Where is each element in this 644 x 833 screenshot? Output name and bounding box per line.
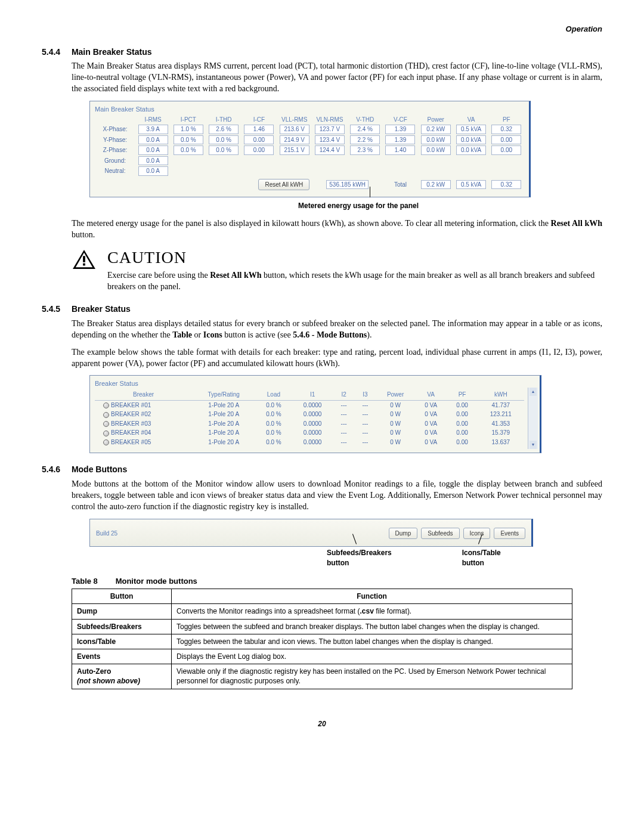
page-number: 20: [42, 719, 602, 729]
mbs-value: 124.4 V: [315, 145, 345, 155]
status-dot-icon: [103, 412, 109, 418]
mbs-col: V-THD: [348, 115, 383, 125]
status-dot-icon: [103, 439, 109, 445]
mbs-col: VA: [453, 115, 488, 125]
caution-block: CAUTION Exercise care before using the R…: [72, 246, 602, 293]
para-544-2: The metered energy usage for the panel i…: [72, 218, 602, 241]
subfeeds-button[interactable]: Subfeeds: [421, 528, 459, 540]
total-label: Total: [383, 176, 418, 191]
mbs-value: 0.0 %: [209, 145, 239, 155]
mbs-col: V-CF: [383, 115, 418, 125]
t8-function: Viewable only if the diagnostic registry…: [172, 664, 572, 689]
total-value: 0.2 kW: [421, 180, 451, 190]
caution-title: CAUTION: [107, 246, 602, 269]
mbs-value: 1.0 %: [174, 125, 203, 134]
icons-button[interactable]: Icons: [463, 528, 491, 540]
mbs-value: 1.40: [385, 145, 415, 155]
mbs-col: VLN-RMS: [312, 115, 347, 125]
callout-icons: Icons/Table button: [462, 548, 519, 567]
mbs-value: 123.4 V: [315, 135, 345, 145]
mbs-col: I-THD: [206, 115, 242, 125]
para-544-1: The Main Breaker Status area displays RM…: [72, 61, 602, 95]
mbs-col: I-PCT: [171, 115, 206, 125]
svg-rect-2: [83, 256, 85, 262]
mode-callouts: Subfeeds/Breakers button Icons/Table but…: [89, 548, 519, 567]
heading-num: 5.4.6: [42, 464, 69, 475]
mbs-value: 0.32: [491, 125, 521, 134]
mbs-value: 1.39: [385, 125, 415, 134]
t8-button-name: Dump: [72, 604, 172, 619]
para-545-2: The example below shows the table format…: [72, 347, 602, 370]
bs-col: Load: [255, 389, 292, 400]
status-dot-icon: [103, 402, 109, 408]
reset-all-kwh-button[interactable]: Reset All kWH: [258, 179, 309, 191]
bs-table: BreakerType/RatingLoadI1I2I3PowerVAPFkWH…: [95, 389, 524, 447]
status-dot-icon: [103, 431, 109, 436]
mbs-row-label: Ground:: [95, 156, 135, 166]
bs-col: Type/Rating: [192, 389, 255, 400]
mode-buttons-panel: Build 25 DumpSubfeedsIconsEvents: [89, 519, 533, 547]
mbs-value: 213.6 V: [280, 125, 309, 134]
caution-text: Exercise care before using the Reset All…: [107, 270, 602, 293]
caution-icon: [72, 249, 97, 270]
scrollbar[interactable]: ▴ ▾: [528, 388, 538, 449]
mbs-value: 0.00: [244, 135, 274, 145]
mbs-value: 0.00: [491, 145, 521, 155]
bs-col: kWH: [478, 389, 524, 400]
mbs-value: 2.4 %: [350, 125, 380, 134]
heading-544: 5.4.4 Main Breaker Status: [42, 47, 602, 58]
table8: Button Function DumpConverts the Monitor…: [72, 589, 572, 689]
mbs-value: 2.3 %: [350, 145, 380, 155]
mbs-col: VLL-RMS: [277, 115, 312, 125]
mbs-value: 0.0 %: [209, 135, 239, 145]
mbs-value: 0.0 kVA: [456, 135, 486, 145]
table-row: BREAKER #011-Pole 20 A0.0 %0.0000------0…: [95, 400, 524, 410]
callout-subfeeds: Subfeeds/Breakers button: [327, 548, 407, 567]
table-row: BREAKER #031-Pole 20 A0.0 %0.0000------0…: [95, 419, 524, 429]
svg-rect-3: [83, 264, 85, 266]
t8-button-name: Auto-Zero(not shown above): [72, 664, 172, 689]
heading-546: 5.4.6 Mode Buttons: [42, 464, 602, 475]
t8-function: Displays the Event Log dialog box.: [172, 649, 572, 664]
mbs-row-label: Neutral:: [95, 166, 135, 176]
t8-function: Toggles between the subfeed and branch b…: [172, 619, 572, 634]
mbs-value: 0.0 kW: [421, 145, 451, 155]
t8-button-name: Subfeeds/Breakers: [72, 619, 172, 634]
heading-title: Main Breaker Status: [72, 47, 152, 57]
events-button[interactable]: Events: [494, 528, 525, 540]
mbs-col: I-RMS: [135, 115, 171, 125]
t8-button-name: Events: [72, 649, 172, 664]
mbs-row-label: X-Phase:: [95, 124, 135, 135]
mbs-value: 0.0 A: [138, 166, 168, 176]
mbs-table: I-RMSI-PCTI-THDI-CFVLL-RMSVLN-RMSV-THDV-…: [95, 115, 524, 191]
build-label: Build 25: [96, 529, 117, 538]
mbs-value: 0.0 %: [174, 145, 203, 155]
panel-title: Breaker Status: [95, 379, 524, 388]
mbs-row-label: Z-Phase:: [95, 145, 135, 156]
dump-button[interactable]: Dump: [389, 528, 418, 540]
bs-col: Power: [376, 389, 415, 400]
heading-title: Breaker Status: [72, 304, 131, 314]
heading-num: 5.4.5: [42, 304, 69, 315]
mbs-col: PF: [489, 115, 524, 125]
table-row: BREAKER #051-Pole 20 A0.0 %0.0000------0…: [95, 438, 524, 447]
status-dot-icon: [103, 421, 109, 427]
t8-button-name: Icons/Table: [72, 634, 172, 649]
mbs-value: 0.5 kVA: [456, 125, 486, 134]
heading-num: 5.4.4: [42, 47, 69, 58]
mbs-row-label: Y-Phase:: [95, 135, 135, 145]
scroll-down-icon[interactable]: ▾: [530, 441, 537, 449]
table-row: BREAKER #041-Pole 20 A0.0 %0.0000------0…: [95, 428, 524, 438]
bs-col: I3: [355, 389, 376, 400]
mbs-value: 215.1 V: [280, 145, 309, 155]
mbs-value: 0.0 %: [174, 135, 203, 145]
scroll-up-icon[interactable]: ▴: [530, 388, 537, 396]
mbs-value: 0.00: [244, 145, 274, 155]
mbs-value: 0.0 A: [138, 156, 168, 166]
para-546-1: Mode buttons at the bottom of the Monito…: [72, 479, 602, 513]
mbs-col: Power: [418, 115, 453, 125]
kwh-total: 536.185 kWH: [326, 180, 369, 190]
table-row: BREAKER #021-Pole 20 A0.0 %0.0000------0…: [95, 410, 524, 419]
table8-caption: Table 8 Monitor mode buttons: [72, 576, 602, 587]
mbs-value: 1.39: [385, 135, 415, 145]
